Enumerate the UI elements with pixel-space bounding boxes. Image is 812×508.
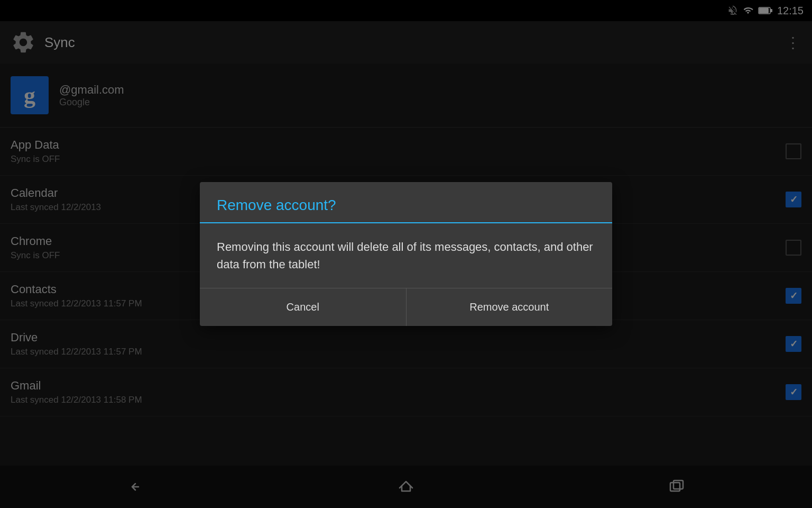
remove-account-button[interactable]: Remove account: [407, 288, 613, 326]
remove-account-dialog: Remove account? Removing this account wi…: [200, 182, 612, 326]
dialog-title: Remove account?: [200, 182, 612, 223]
dialog-body: Removing this account will delete all of…: [200, 223, 612, 288]
dialog-actions: Cancel Remove account: [200, 288, 612, 326]
cancel-button[interactable]: Cancel: [200, 288, 407, 326]
dialog-overlay: Remove account? Removing this account wi…: [0, 0, 812, 508]
